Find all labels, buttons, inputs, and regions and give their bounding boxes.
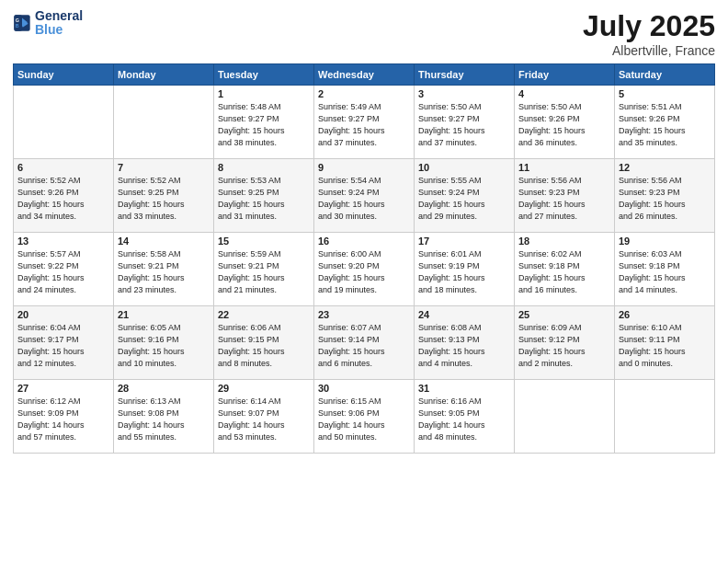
day-cell: 9Sunrise: 5:54 AMSunset: 9:24 PMDaylight… [314,159,415,233]
day-cell: 29Sunrise: 6:14 AMSunset: 9:07 PMDayligh… [214,380,314,454]
day-cell: 14Sunrise: 5:58 AMSunset: 9:21 PMDayligh… [114,233,214,306]
day-info: Sunrise: 5:55 AMSunset: 9:24 PMDaylight:… [418,175,510,223]
day-cell: 31Sunrise: 6:16 AMSunset: 9:05 PMDayligh… [415,380,515,454]
day-number: 18 [518,236,610,247]
day-cell [114,86,214,159]
day-cell: 24Sunrise: 6:08 AMSunset: 9:13 PMDayligh… [415,306,515,380]
day-number: 30 [318,383,410,394]
day-number: 15 [218,236,310,247]
day-cell: 19Sunrise: 6:03 AMSunset: 9:18 PMDayligh… [615,233,715,306]
logo-text-general: General [35,9,83,23]
day-cell: 5Sunrise: 5:51 AMSunset: 9:26 PMDaylight… [615,86,715,159]
day-info: Sunrise: 6:09 AMSunset: 9:12 PMDaylight:… [518,322,610,370]
day-number: 13 [17,236,109,247]
weekday-header-friday: Friday [515,64,615,86]
day-cell: 10Sunrise: 5:55 AMSunset: 9:24 PMDayligh… [415,159,515,233]
day-number: 27 [17,383,109,394]
day-number: 21 [118,309,210,320]
day-number: 26 [619,309,711,320]
day-info: Sunrise: 5:54 AMSunset: 9:24 PMDaylight:… [318,175,410,223]
day-info: Sunrise: 5:48 AMSunset: 9:27 PMDaylight:… [218,101,310,149]
day-number: 23 [318,309,410,320]
day-info: Sunrise: 5:56 AMSunset: 9:23 PMDaylight:… [619,175,711,223]
weekday-header-thursday: Thursday [415,64,515,86]
day-number: 14 [118,236,210,247]
day-number: 8 [218,162,310,173]
day-info: Sunrise: 6:04 AMSunset: 9:17 PMDaylight:… [17,322,109,370]
day-info: Sunrise: 6:00 AMSunset: 9:20 PMDaylight:… [318,248,410,296]
day-number: 12 [619,162,711,173]
day-number: 29 [218,383,310,394]
day-number: 20 [17,309,109,320]
svg-text:G: G [16,18,19,24]
day-number: 22 [218,309,310,320]
day-cell [515,380,615,454]
day-info: Sunrise: 5:51 AMSunset: 9:26 PMDaylight:… [619,101,711,149]
week-row-4: 27Sunrise: 6:12 AMSunset: 9:09 PMDayligh… [14,380,715,454]
day-cell: 16Sunrise: 6:00 AMSunset: 9:20 PMDayligh… [314,233,415,306]
day-cell: 18Sunrise: 6:02 AMSunset: 9:18 PMDayligh… [515,233,615,306]
weekday-header-wednesday: Wednesday [314,64,415,86]
day-cell: 3Sunrise: 5:50 AMSunset: 9:27 PMDaylight… [415,86,515,159]
logo: G B General Blue [13,9,83,38]
day-number: 6 [17,162,109,173]
logo-icon: G B [13,14,31,32]
month-title: July 2025 [583,9,715,43]
day-cell: 6Sunrise: 5:52 AMSunset: 9:26 PMDaylight… [14,159,114,233]
calendar-table: SundayMondayTuesdayWednesdayThursdayFrid… [13,63,715,454]
weekday-header-tuesday: Tuesday [214,64,314,86]
weekday-header-monday: Monday [114,64,214,86]
day-number: 16 [318,236,410,247]
day-cell: 28Sunrise: 6:13 AMSunset: 9:08 PMDayligh… [114,380,214,454]
day-info: Sunrise: 6:02 AMSunset: 9:18 PMDaylight:… [518,248,610,296]
weekday-header-saturday: Saturday [615,64,715,86]
day-info: Sunrise: 6:12 AMSunset: 9:09 PMDaylight:… [17,396,109,443]
day-info: Sunrise: 5:50 AMSunset: 9:26 PMDaylight:… [518,101,610,149]
day-number: 2 [318,88,410,99]
weekday-header-row: SundayMondayTuesdayWednesdayThursdayFrid… [14,64,715,86]
day-cell: 1Sunrise: 5:48 AMSunset: 9:27 PMDaylight… [214,86,314,159]
day-number: 31 [418,383,510,394]
day-cell: 15Sunrise: 5:59 AMSunset: 9:21 PMDayligh… [214,233,314,306]
day-info: Sunrise: 5:56 AMSunset: 9:23 PMDaylight:… [518,175,610,223]
day-number: 5 [619,88,711,99]
day-number: 3 [418,88,510,99]
logo-text-blue: Blue [35,23,83,37]
title-block: July 2025 Albertville, France [583,9,715,58]
day-cell: 22Sunrise: 6:06 AMSunset: 9:15 PMDayligh… [214,306,314,380]
day-cell: 8Sunrise: 5:53 AMSunset: 9:25 PMDaylight… [214,159,314,233]
day-info: Sunrise: 5:49 AMSunset: 9:27 PMDaylight:… [318,101,410,149]
day-info: Sunrise: 6:13 AMSunset: 9:08 PMDaylight:… [118,396,210,443]
day-number: 28 [118,383,210,394]
day-number: 7 [118,162,210,173]
day-cell: 7Sunrise: 5:52 AMSunset: 9:25 PMDaylight… [114,159,214,233]
day-info: Sunrise: 6:07 AMSunset: 9:14 PMDaylight:… [318,322,410,370]
day-cell: 27Sunrise: 6:12 AMSunset: 9:09 PMDayligh… [14,380,114,454]
day-cell: 23Sunrise: 6:07 AMSunset: 9:14 PMDayligh… [314,306,415,380]
weekday-header-sunday: Sunday [14,64,114,86]
day-number: 25 [518,309,610,320]
day-cell: 13Sunrise: 5:57 AMSunset: 9:22 PMDayligh… [14,233,114,306]
location: Albertville, France [583,43,715,58]
day-info: Sunrise: 6:01 AMSunset: 9:19 PMDaylight:… [418,248,510,296]
week-row-2: 13Sunrise: 5:57 AMSunset: 9:22 PMDayligh… [14,233,715,306]
day-number: 24 [418,309,510,320]
week-row-3: 20Sunrise: 6:04 AMSunset: 9:17 PMDayligh… [14,306,715,380]
day-number: 1 [218,88,310,99]
day-info: Sunrise: 6:16 AMSunset: 9:05 PMDaylight:… [418,396,510,443]
day-info: Sunrise: 6:10 AMSunset: 9:11 PMDaylight:… [619,322,711,370]
day-number: 9 [318,162,410,173]
day-info: Sunrise: 5:50 AMSunset: 9:27 PMDaylight:… [418,101,510,149]
day-info: Sunrise: 6:06 AMSunset: 9:15 PMDaylight:… [218,322,310,370]
week-row-0: 1Sunrise: 5:48 AMSunset: 9:27 PMDaylight… [14,86,715,159]
day-info: Sunrise: 6:05 AMSunset: 9:16 PMDaylight:… [118,322,210,370]
day-info: Sunrise: 6:14 AMSunset: 9:07 PMDaylight:… [218,396,310,443]
day-cell: 2Sunrise: 5:49 AMSunset: 9:27 PMDaylight… [314,86,415,159]
day-cell: 25Sunrise: 6:09 AMSunset: 9:12 PMDayligh… [515,306,615,380]
day-info: Sunrise: 5:59 AMSunset: 9:21 PMDaylight:… [218,248,310,296]
day-cell [14,86,114,159]
day-cell: 11Sunrise: 5:56 AMSunset: 9:23 PMDayligh… [515,159,615,233]
day-info: Sunrise: 6:15 AMSunset: 9:06 PMDaylight:… [318,396,410,443]
day-info: Sunrise: 5:52 AMSunset: 9:25 PMDaylight:… [118,175,210,223]
day-number: 19 [619,236,711,247]
